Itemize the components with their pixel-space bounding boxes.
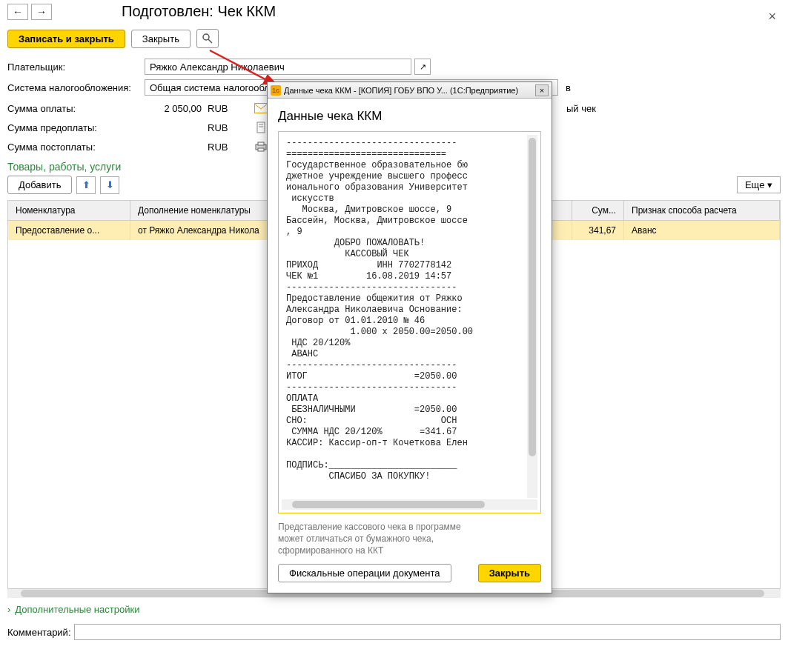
move-up-button[interactable]: ⬆ xyxy=(76,176,96,194)
dialog-close-button[interactable]: × xyxy=(535,84,549,96)
td-dop: от Ряжко Александра Никола xyxy=(130,221,282,240)
save-close-button[interactable]: Записать и закрыть xyxy=(7,30,125,48)
svg-rect-8 xyxy=(258,148,264,151)
payer-label: Плательщик: xyxy=(7,61,145,73)
dialog-title: Данные чека ККМ - [КОПИЯ] ГОБУ ВПО У... … xyxy=(284,86,535,95)
postpay-label: Сумма постоплаты: xyxy=(7,142,145,153)
sum-currency: RUB xyxy=(208,103,237,114)
receipt-hscroll[interactable] xyxy=(282,499,537,510)
tax-label: Система налогообложения: xyxy=(7,82,145,93)
receipt-text[interactable]: -------------------------------- =======… xyxy=(286,138,530,482)
dialog-titlebar[interactable]: 1c Данные чека ККМ - [КОПИЯ] ГОБУ ВПО У.… xyxy=(268,82,552,99)
td-priznak: Аванс xyxy=(624,221,780,240)
sum-label: Сумма оплаты: xyxy=(7,103,145,114)
svg-line-1 xyxy=(208,39,212,43)
svg-rect-3 xyxy=(257,122,265,133)
receipt-disclaimer: Представление кассового чека в программе… xyxy=(278,521,463,556)
chevron-right-icon: › xyxy=(7,604,10,615)
sum-value: 2 050,00 xyxy=(145,103,208,114)
svg-point-0 xyxy=(203,34,209,40)
prepay-label: Сумма предоплаты: xyxy=(7,122,145,133)
postpay-currency: RUB xyxy=(208,142,237,153)
th-nomen[interactable]: Номенклатура xyxy=(8,201,130,221)
th-sum[interactable]: Сум... xyxy=(572,201,624,221)
nav-forward-button[interactable]: → xyxy=(31,4,52,20)
move-down-button[interactable]: ⬇ xyxy=(100,176,119,194)
payer-open-icon[interactable]: ↗ xyxy=(414,59,431,75)
chevron-down-icon: ▾ xyxy=(767,179,772,190)
app-icon: 1c xyxy=(271,85,281,96)
receipt-frame: -------------------------------- =======… xyxy=(278,131,541,513)
receipt-vscroll[interactable] xyxy=(527,135,537,498)
partial-text-1: в xyxy=(566,82,571,93)
magnify-receipt-icon xyxy=(202,33,213,44)
additional-settings-toggle[interactable]: › Дополнительные настройки xyxy=(0,598,788,621)
receipt-preview-dialog: 1c Данные чека ККМ - [КОПИЯ] ГОБУ ВПО У.… xyxy=(267,81,552,593)
comment-input[interactable] xyxy=(74,624,781,640)
dialog-header: Данные чека ККМ xyxy=(278,109,541,124)
preview-check-button[interactable] xyxy=(196,29,219,48)
partial-text-2: ый чек xyxy=(566,103,596,114)
payer-input[interactable] xyxy=(145,59,411,75)
close-icon[interactable]: × xyxy=(768,9,776,24)
th-dop[interactable]: Дополнение номенклатуры xyxy=(130,201,282,221)
svg-rect-7 xyxy=(258,142,264,145)
fiscal-ops-button[interactable]: Фискальные операции документа xyxy=(278,564,451,582)
page-title: Подготовлен: Чек ККМ xyxy=(122,3,276,20)
add-row-button[interactable]: Добавить xyxy=(7,176,72,194)
td-nomen: Предоставление о... xyxy=(8,221,130,240)
comment-label: Комментарий: xyxy=(7,627,74,638)
additional-settings-label: Дополнительные настройки xyxy=(15,604,139,615)
dialog-close-yellow-button[interactable]: Закрыть xyxy=(478,564,541,582)
more-button[interactable]: Еще ▾ xyxy=(737,176,781,193)
prepay-currency: RUB xyxy=(208,122,237,133)
close-button[interactable]: Закрыть xyxy=(131,30,191,48)
th-priznak[interactable]: Признак способа расчета xyxy=(624,201,780,221)
nav-back-button[interactable]: ← xyxy=(7,4,28,20)
td-sum: 341,67 xyxy=(572,221,624,240)
svg-rect-2 xyxy=(255,104,268,113)
